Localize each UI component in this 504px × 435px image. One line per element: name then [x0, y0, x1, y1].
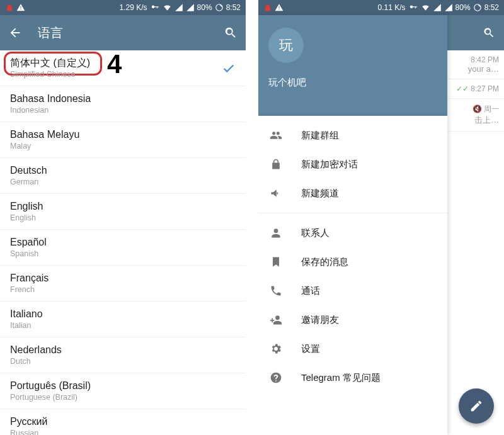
- behind-chat-row[interactable]: 8:42 PMyour a…: [447, 50, 504, 79]
- language-sub: Malay: [10, 141, 236, 151]
- language-sub: French: [10, 285, 236, 295]
- language-row[interactable]: EspañolSpanish: [0, 230, 246, 266]
- check-icon: [222, 62, 236, 76]
- svg-point-1: [474, 4, 481, 11]
- megaphone-icon: [268, 186, 284, 201]
- back-button[interactable]: [8, 25, 23, 40]
- language-row[interactable]: Bahasa MelayuMalay: [0, 122, 246, 158]
- language-name: Português (Brasil): [10, 380, 236, 392]
- behind-chat-row[interactable]: 🔇 周一击上…: [447, 99, 504, 132]
- signal-icon: [175, 3, 183, 12]
- profile-name: 玩个机吧: [268, 77, 437, 89]
- wifi-icon: [421, 3, 430, 12]
- language-row[interactable]: ItalianoItalian: [0, 302, 246, 337]
- language-row[interactable]: FrançaisFrench: [0, 266, 246, 302]
- language-row[interactable]: DeutschGerman: [0, 158, 246, 194]
- drawer-item-bookmark[interactable]: 保存的消息: [258, 247, 447, 276]
- drawer-item-phone[interactable]: 通话: [258, 276, 447, 305]
- language-sub: Simplified Chinese: [10, 69, 236, 79]
- clock-text: 8:52: [226, 3, 241, 12]
- behind-time: 🔇 周一: [450, 104, 499, 115]
- drawer-item-label: 联系人: [301, 227, 329, 239]
- language-name: Italiano: [10, 308, 236, 320]
- search-button[interactable]: [223, 25, 238, 40]
- behind-snippet: your a…: [450, 64, 499, 74]
- compose-fab[interactable]: [459, 388, 494, 424]
- drawer-item-megaphone[interactable]: 新建频道: [258, 179, 447, 208]
- battery-circle-icon: [215, 3, 224, 12]
- phone-left: 1.29 K/s 80% 8:52: [0, 0, 246, 435]
- drawer-item-label: 邀请朋友: [301, 314, 339, 326]
- language-row[interactable]: РусскийRussian: [0, 409, 246, 435]
- behind-chat-row[interactable]: ✓✓ 8:27 PM: [447, 79, 504, 99]
- drawer-menu: 新建群组新建加密对话新建频道 联系人保存的消息通话邀请朋友设置Telegram …: [258, 116, 447, 435]
- battery-text: 80%: [197, 3, 212, 12]
- signal-icon: [433, 3, 442, 12]
- wifi-icon: [163, 3, 172, 12]
- signal2-icon: [186, 3, 195, 12]
- search-button[interactable]: [481, 25, 496, 40]
- language-name: Español: [10, 236, 236, 249]
- language-name: Bahasa Indonesia: [10, 93, 236, 105]
- drawer-header: 玩 玩个机吧: [258, 15, 447, 116]
- battery-text: 80%: [455, 3, 471, 12]
- language-row[interactable]: NederlandsDutch: [0, 337, 246, 373]
- phone-icon: [268, 283, 284, 298]
- language-row[interactable]: Bahasa IndonesiaIndonesian: [0, 86, 246, 122]
- phone-right: 0.11 K/s 80% 8:52 8:42 PMyour a…✓✓ 8:27 …: [258, 0, 504, 435]
- vpn-key-icon: [150, 3, 160, 12]
- pencil-icon: [469, 399, 483, 413]
- status-bar: 0.11 K/s 80% 8:52: [258, 0, 504, 15]
- avatar-initial: 玩: [279, 36, 293, 55]
- drawer-item-invite[interactable]: 邀请朋友: [258, 305, 447, 334]
- gear-icon: [268, 341, 284, 356]
- shopping-bag-icon: [5, 3, 14, 12]
- net-speed: 1.29 K/s: [120, 3, 147, 12]
- language-row[interactable]: EnglishEnglish: [0, 194, 246, 230]
- net-speed: 0.11 K/s: [378, 3, 406, 12]
- chat-list-behind: 8:42 PMyour a…✓✓ 8:27 PM🔇 周一击上…: [447, 15, 504, 435]
- drawer-item-label: Telegram 常见问题: [301, 372, 381, 384]
- language-name: Русский: [10, 415, 236, 428]
- language-list: 简体中文 (自定义)Simplified ChineseBahasa Indon…: [0, 50, 246, 435]
- drawer-item-label: 新建群组: [301, 130, 339, 142]
- language-name: English: [10, 200, 236, 213]
- drawer-item-person[interactable]: 联系人: [258, 218, 447, 247]
- drawer-item-group[interactable]: 新建群组: [258, 121, 447, 150]
- language-sub: German: [10, 177, 236, 187]
- bookmark-icon: [268, 254, 284, 269]
- behind-app-bar: [447, 15, 504, 50]
- invite-icon: [268, 312, 284, 327]
- battery-circle-icon: [473, 3, 482, 12]
- signal2-icon: [444, 3, 453, 12]
- drawer-item-gear[interactable]: 设置: [258, 334, 447, 363]
- language-sub: Portuguese (Brazil): [10, 392, 236, 402]
- language-sub: Dutch: [10, 356, 236, 366]
- clock-text: 8:52: [484, 3, 499, 12]
- language-name: 简体中文 (自定义): [10, 57, 236, 69]
- avatar[interactable]: 玩: [268, 28, 304, 63]
- drawer-item-label: 保存的消息: [301, 256, 348, 268]
- drawer-item-label: 新建加密对话: [301, 159, 358, 171]
- language-name: Français: [10, 272, 236, 285]
- drawer-item-label: 设置: [301, 343, 320, 355]
- drawer-item-lock[interactable]: 新建加密对话: [258, 150, 447, 179]
- drawer-item-label: 新建频道: [301, 188, 339, 200]
- vpn-key-icon: [408, 3, 418, 12]
- behind-time: ✓✓ 8:27 PM: [450, 84, 499, 93]
- page-title: 语言: [38, 25, 63, 42]
- language-sub: Indonesian: [10, 105, 236, 115]
- person-icon: [268, 225, 284, 240]
- status-bar: 1.29 K/s 80% 8:52: [0, 0, 246, 15]
- language-sub: Italian: [10, 320, 236, 330]
- menu-separator: [258, 213, 447, 213]
- language-row[interactable]: 简体中文 (自定义)Simplified Chinese: [0, 50, 246, 86]
- language-sub: English: [10, 213, 236, 223]
- language-name: Nederlands: [10, 344, 236, 356]
- drawer-item-help[interactable]: Telegram 常见问题: [258, 363, 447, 392]
- help-icon: [268, 370, 284, 385]
- shopping-bag-icon: [263, 3, 272, 12]
- drawer-item-label: 通话: [301, 285, 320, 297]
- language-row[interactable]: Português (Brasil)Portuguese (Brazil): [0, 373, 246, 409]
- warning-icon: [275, 3, 284, 12]
